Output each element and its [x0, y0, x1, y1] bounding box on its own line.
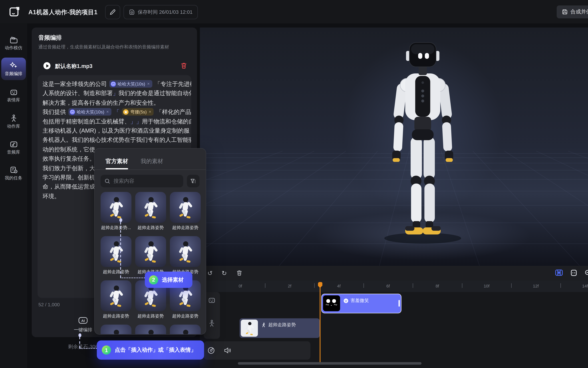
rename-button[interactable]	[105, 5, 120, 19]
ruler-frame-label: 10f	[484, 284, 489, 288]
sidebar-item-expression-library[interactable]: 表情库	[1, 84, 26, 107]
action-clip[interactable]: 超帅走路姿势	[239, 318, 320, 338]
guide-step-1-text: 点击「插入动作」或「插入表情」	[115, 346, 196, 354]
synthesize-save-button[interactable]: 合成并保存	[557, 5, 588, 18]
save-time-text: 保存时间 26/01/03 12:01	[138, 9, 193, 16]
expression-tag-icon	[110, 81, 116, 87]
action-tag[interactable]: 弯腰(5s) ×	[122, 108, 154, 116]
playhead[interactable]	[320, 282, 321, 362]
expression-clip[interactable]: 害羞微笑	[321, 294, 401, 313]
viewport-3d[interactable]: Z Y X	[200, 28, 588, 266]
speaker-icon[interactable]	[224, 347, 231, 354]
ruler-frame-label: 6f	[386, 284, 390, 288]
guide-step-2-number: 2	[149, 275, 158, 284]
one-click-arrange-button[interactable]: AI 一键编排	[71, 316, 95, 335]
panel-title: 音频编排	[38, 34, 62, 42]
remove-tag-button[interactable]: ×	[106, 107, 109, 117]
sidebar-item-my-tasks[interactable]: 我的任务	[1, 162, 26, 184]
transcript-line: 人系统的设计、制造和部署」我们的使命是通过智能自动化	[43, 89, 186, 98]
ruler-tick	[364, 283, 364, 288]
undo-button[interactable]: ↺	[207, 269, 213, 276]
ai-icon: AI	[78, 316, 88, 325]
project-title: A1机器人动作-我的项目1	[28, 8, 98, 16]
audio-file-name: 默认名称1.mp3	[55, 63, 92, 70]
audio-play-button[interactable]	[43, 62, 50, 69]
guide-line-1-vertical	[79, 337, 80, 348]
asset-label: 超帅走路姿势	[101, 313, 131, 319]
remove-tag-button[interactable]: ×	[147, 79, 150, 89]
asset-card[interactable]: 超帅走路姿势	[135, 236, 166, 275]
ruler-tick	[314, 283, 315, 288]
transcript-line: 包括用于精密制造的工业机械臂、」」用于物流和仓储的自	[43, 117, 186, 126]
sidebar-item-action-library[interactable]: 动作库	[1, 110, 26, 133]
ruler-frame-label: 8f	[436, 284, 439, 288]
asset-card[interactable]: 超帅走路姿势	[135, 192, 166, 231]
delete-audio-button[interactable]	[181, 62, 187, 69]
zoom-out-button[interactable]	[585, 269, 588, 276]
ruler-tick	[462, 283, 462, 288]
person-icon	[10, 114, 17, 122]
sidebar-item-audio-arrange[interactable]: 音频编排	[1, 58, 26, 80]
clapperboard-icon	[9, 36, 18, 44]
expression-tag[interactable]: 哈哈大笑(10s) ×	[109, 80, 152, 88]
transcript-line: 这是一家全球领先的公司 哈哈大笑(10s) × 「专注于先进机器	[43, 79, 186, 89]
asset-thumbnail	[135, 192, 166, 223]
transcript-line: 我们提供 哈哈大笑(10s) × 「 弯腰(5s) × 「样化的产品组合，	[43, 107, 186, 117]
asset-thumbnail	[170, 192, 201, 223]
ruler-frame-label: 0f	[239, 284, 242, 288]
ruler-frame-label: 4f	[337, 284, 341, 288]
remove-tag-button[interactable]: ×	[149, 107, 151, 117]
asset-thumbnail	[135, 236, 166, 267]
ruler-tick	[413, 283, 413, 288]
expression-track-icon	[208, 297, 216, 304]
asset-thumbnail	[101, 192, 131, 223]
remaining-stones-label: 剩余灵石·306	[68, 343, 98, 350]
action-track-icon	[208, 320, 215, 327]
floppy-icon	[562, 9, 568, 15]
ruler-tick	[265, 283, 266, 288]
tab-official-assets[interactable]: 官方素材	[106, 158, 128, 165]
asset-thumbnail	[170, 325, 201, 335]
action-tag-icon	[123, 109, 129, 115]
expression-clip-label: 害羞微笑	[343, 297, 369, 304]
guide-step-2: 2 选择素材	[145, 272, 193, 288]
asset-card[interactable]: 超帅走路姿势...	[101, 192, 131, 231]
guide-line-1-horizontal	[80, 348, 97, 349]
asset-card[interactable]	[170, 325, 201, 335]
ruler-frame-label: 14f	[582, 284, 588, 288]
delete-clip-button[interactable]	[237, 270, 242, 276]
search-placeholder: 搜索内容	[113, 177, 134, 184]
save-time-badge: 保存时间 26/01/03 12:01	[123, 5, 198, 19]
filter-button[interactable]	[187, 175, 200, 187]
asset-card[interactable]	[135, 325, 166, 335]
ruler-tick	[560, 283, 561, 288]
asset-card[interactable]: 超帅走路姿势	[170, 192, 201, 231]
timeline-ruler[interactable]: 0f2f4f6f8f10f12f14f16f	[200, 280, 588, 292]
insert-clip-button[interactable]	[555, 269, 563, 276]
sidebar-item-motion-mimic[interactable]: 动作模仿	[1, 32, 26, 54]
preview-frames-button[interactable]	[570, 269, 577, 276]
tab-my-assets[interactable]: 我的素材	[141, 158, 163, 165]
clip-trim-handle-right[interactable]	[399, 300, 400, 307]
expression-tag[interactable]: 哈哈大笑(10s) ×	[68, 108, 111, 116]
transcript-line: 主移动机器人 (AMR)，以及为医疗和酒店业量身定制的服	[43, 126, 186, 135]
audio-track-header	[204, 341, 311, 360]
asset-label: 超帅走路姿势	[170, 313, 201, 319]
asset-thumbnail	[170, 236, 201, 267]
asset-card[interactable]: 超帅走路姿势	[101, 280, 131, 319]
app-root: A1机器人动作-我的项目1 保存时间 26/01/03 12:01 合成并保存 …	[0, 0, 588, 368]
audio-disc-icon[interactable]	[207, 347, 215, 354]
redo-button[interactable]: ↻	[221, 269, 227, 276]
asset-card[interactable]: 超帅走路姿势	[101, 236, 131, 275]
guide-line-2-vertical	[120, 222, 121, 278]
asset-label: 超帅走路姿势	[135, 313, 166, 319]
search-icon	[105, 178, 110, 184]
asset-card[interactable]	[101, 325, 131, 335]
search-input[interactable]: 搜索内容	[101, 175, 183, 187]
asset-thumbnail	[101, 325, 131, 335]
char-counter: 52 / 1,000	[38, 302, 60, 307]
asset-picker-popup: 官方素材 我的素材 搜索内容 超帅走路姿势...超帅走路姿势超帅走路姿势超帅走路…	[94, 148, 206, 335]
asset-card[interactable]: 超帅走路姿势	[170, 236, 201, 275]
sidebar-item-audio-library[interactable]: 音频库	[1, 136, 26, 159]
timeline-scrollbar[interactable]	[238, 362, 422, 365]
